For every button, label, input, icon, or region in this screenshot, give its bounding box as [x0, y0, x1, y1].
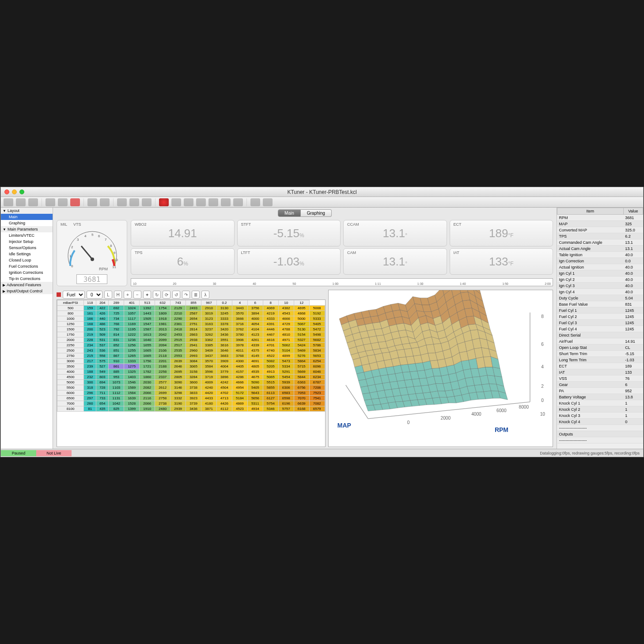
table-cell[interactable]: 1589: [124, 385, 140, 390]
table-cell[interactable]: 3739: [186, 401, 201, 406]
table-cell[interactable]: 5104: [278, 348, 294, 353]
table-cell[interactable]: 3600: [186, 380, 201, 385]
table-cell[interactable]: 3551: [216, 337, 232, 343]
table-cell[interactable]: 852: [109, 343, 124, 348]
table-cell[interactable]: 1222: [124, 332, 140, 337]
table-cell[interactable]: 1333: [124, 359, 140, 364]
table-cell[interactable]: 3756: [247, 306, 263, 311]
table-cell[interactable]: 2066: [140, 401, 155, 406]
table-cell[interactable]: 4954: [232, 385, 247, 390]
table-cell[interactable]: 232: [84, 375, 96, 380]
table-cell[interactable]: 4300: [232, 359, 247, 364]
zoom-out-icon[interactable]: [142, 198, 152, 206]
table-cell[interactable]: 725: [109, 311, 124, 316]
table-cell[interactable]: 2106: [155, 348, 170, 353]
table-cell[interactable]: 831: [109, 337, 124, 343]
sidebar-item[interactable]: Closed Loop: [1, 257, 53, 263]
table-cell[interactable]: 1547: [140, 322, 155, 327]
up-arrow-icon[interactable]: [58, 198, 68, 206]
table-cell[interactable]: 5424: [294, 343, 309, 348]
table-cell[interactable]: 3333: [216, 316, 232, 322]
table-cell[interactable]: 5082: [263, 359, 278, 364]
table-tool[interactable]: ↺: [172, 291, 180, 299]
table-cell[interactable]: 509: [96, 332, 109, 337]
table-cell[interactable]: 4810: [278, 332, 294, 337]
step-back-icon[interactable]: [184, 198, 193, 206]
table-tool[interactable]: −: [133, 291, 141, 299]
table-cell[interactable]: 4054: [247, 322, 263, 327]
table-cell[interactable]: 4695: [294, 306, 309, 311]
table-cell[interactable]: 2094: [155, 343, 170, 348]
table-cell[interactable]: 1860: [140, 375, 155, 380]
table-cell[interactable]: 1256: [124, 343, 140, 348]
table-cell[interactable]: 5192: [309, 311, 325, 316]
table-cell[interactable]: 2493: [186, 306, 201, 311]
table-cell[interactable]: 953: [109, 375, 124, 380]
table-cell[interactable]: 3237: [201, 327, 217, 332]
record-icon[interactable]: [159, 198, 169, 206]
table-cell[interactable]: 3871: [201, 406, 217, 412]
table-cell[interactable]: 4286: [232, 375, 247, 380]
close-icon[interactable]: [4, 189, 9, 194]
sidebar-section[interactable]: ▶Advanced Features: [1, 282, 53, 288]
sidebar-section[interactable]: ▶Input/Output Control: [1, 288, 53, 294]
table-cell[interactable]: 6234: [309, 375, 325, 380]
table-cell[interactable]: 1665: [140, 353, 155, 359]
table-cell[interactable]: 5067: [294, 322, 309, 327]
table-cell[interactable]: 7053: [294, 390, 309, 396]
table-cell[interactable]: 4157: [232, 369, 247, 375]
sidebar-item[interactable]: Tip-In Corrections: [1, 276, 53, 282]
table-cell[interactable]: 3146: [170, 385, 186, 390]
table-cell[interactable]: 5855: [263, 385, 278, 390]
table-cell[interactable]: 692: [109, 306, 124, 311]
table-cell[interactable]: 1639: [124, 396, 140, 401]
table-cell[interactable]: 4504: [216, 385, 232, 390]
table-cell[interactable]: 3443: [232, 306, 247, 311]
table-cell[interactable]: 6254: [309, 359, 325, 364]
table-cell[interactable]: 1546: [124, 380, 140, 385]
table-cell[interactable]: 1169: [124, 322, 140, 327]
table-cell[interactable]: 4004: [216, 364, 232, 369]
timeline[interactable]: 10203040501:001:111:301:401:502:00: [131, 278, 553, 286]
table-cell[interactable]: 5682: [309, 337, 325, 343]
table-cell[interactable]: 6579: [309, 406, 325, 412]
table-cell[interactable]: 2129: [170, 306, 186, 311]
table-cell[interactable]: 6046: [309, 369, 325, 375]
table-cell[interactable]: 825: [109, 406, 124, 412]
sidebar-section[interactable]: ▼Main Parameters: [1, 226, 53, 232]
table-cell[interactable]: 814: [109, 332, 124, 337]
table-cell[interactable]: 5656: [247, 396, 263, 401]
table-cell[interactable]: 3896: [216, 375, 232, 380]
table-cell[interactable]: 3262: [201, 332, 217, 337]
table-cell[interactable]: 1505: [140, 316, 155, 322]
table-cell[interactable]: 5333: [309, 316, 325, 322]
table-cell[interactable]: 3596: [201, 369, 217, 375]
table-cell[interactable]: 2814: [186, 327, 201, 332]
table-cell[interactable]: 536: [96, 348, 109, 353]
table-cell[interactable]: 5515: [263, 380, 278, 385]
table-cell[interactable]: 4934: [247, 406, 263, 412]
table-cell[interactable]: 5469: [294, 348, 309, 353]
table-cell[interactable]: 549: [96, 369, 109, 375]
table-cell[interactable]: 558: [96, 353, 109, 359]
table-cell[interactable]: 6127: [263, 396, 278, 401]
table-cell[interactable]: 5669: [294, 369, 309, 375]
table-cell[interactable]: 1613: [140, 332, 155, 337]
table-cell[interactable]: 3332: [170, 396, 186, 401]
sidebar-item[interactable]: Ignition Corrections: [1, 269, 53, 276]
table-cell[interactable]: 2337: [155, 375, 170, 380]
table-cell[interactable]: 3385: [201, 343, 217, 348]
table-cell[interactable]: 2553: [170, 353, 186, 359]
table-cell[interactable]: 2099: [155, 337, 170, 343]
table-cell[interactable]: 1918: [155, 316, 170, 322]
table-cell[interactable]: 4971: [278, 337, 294, 343]
table-cell[interactable]: 3409: [201, 348, 217, 353]
table-cell[interactable]: 4675: [247, 375, 263, 380]
table-cell[interactable]: 3719: [201, 375, 217, 380]
table-cell[interactable]: 1103: [109, 385, 124, 390]
table-cell[interactable]: 2577: [155, 380, 170, 385]
table-cell[interactable]: 4391: [263, 322, 278, 327]
table-cell[interactable]: 733: [96, 396, 109, 401]
table-cell[interactable]: 5473: [278, 359, 294, 364]
table-cell[interactable]: 5653: [309, 353, 325, 359]
